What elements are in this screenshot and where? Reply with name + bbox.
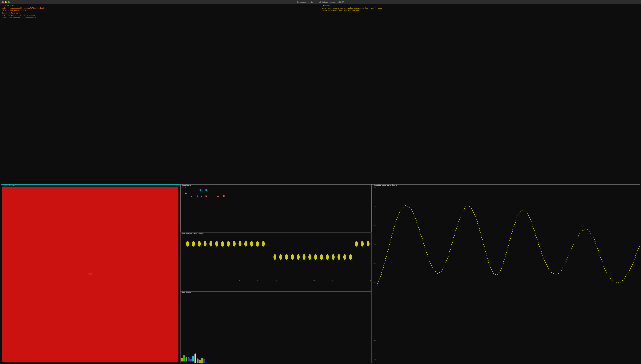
braille-x-16: 16 [434, 361, 436, 363]
bar-group-s5: 5 S5 [192, 355, 194, 363]
bar-rect-9 [201, 358, 203, 363]
dot-y-max: 1.33 [181, 235, 184, 237]
bar-group-6: 8 [194, 353, 196, 363]
braille-x-72: 72 [602, 361, 604, 363]
bar-rect-10 [203, 359, 205, 363]
uptime-title: Uptime Metric [2, 184, 16, 186]
dot-x-12: 12 [257, 280, 258, 281]
braille-x-28: 28 [470, 361, 472, 363]
braille-x-9: 9 [411, 361, 411, 363]
svg-point-14 [273, 254, 276, 260]
dot-x-9: 9 [239, 280, 240, 281]
terminal-content: Sync Metrics Node 5fd48c2d8b0908ddbc8a0f… [0, 4, 641, 364]
braille-x-0: 0 [377, 361, 378, 363]
bar-lbl-s2: S2 [186, 362, 187, 363]
svg-point-22 [320, 254, 323, 260]
bar-group-s2: 5 S2 [186, 356, 187, 363]
bar-group-s3: 3 S3 [188, 357, 190, 363]
srv0-label: srv 0: [182, 186, 371, 189]
braille-x-axis: 0 3 6 9 12 16 20 24 28 32 36 40 44 48 52… [377, 361, 640, 363]
braille-y-0.63: 0.63 [373, 301, 376, 303]
bar-rect-s4 [190, 359, 192, 362]
sync-line-0: Node 5fd48c2d8b0908ddbc8a0f790fdfd52d4ea… [2, 7, 319, 9]
traffic-lights [2, 1, 10, 3]
braille-x-32: 32 [482, 361, 484, 363]
braille-x-56: 56 [554, 361, 556, 363]
bar-num-s1: 5 [184, 354, 185, 355]
braille-y-axis: 1.89 1.68 1.47 1.26 1.05 0.84 0.63 0.42 … [373, 186, 376, 360]
braille-x-48: 48 [530, 361, 532, 363]
dot-x-labels: 0 3 6 9 12 16 20 24 28 32 36 [185, 280, 371, 281]
braille-x-52: 52 [542, 361, 544, 363]
srv1-line [182, 197, 371, 197]
bar-rect-6 [194, 354, 196, 363]
svg-point-13 [262, 241, 265, 246]
braille-y-0.84: 0.84 [373, 282, 376, 284]
svg-point-24 [332, 254, 335, 260]
dot-chart-title: dot-marker Line Chart [182, 233, 204, 235]
sync-line-3: Blocks Hashed (per second) 0.000000 [2, 14, 319, 17]
sparkline-title: Sparkline [182, 184, 192, 186]
dot-x-3: 3 [203, 280, 203, 281]
srv0-bar-1 [200, 189, 201, 191]
bar-num-7: 3 [197, 358, 198, 359]
svg-point-7 [227, 241, 230, 246]
sync-metrics-panel: Sync Metrics Node 5fd48c2d8b0908ddbc8a0f… [1, 5, 320, 184]
fullscreen-button[interactable] [8, 1, 10, 3]
bar-group-s1: 5 S1 [183, 354, 185, 363]
dot-chart-panel: dot-marker Line Chart 1.33 0.00 [180, 233, 372, 291]
sync-line-2: Seconds Behind Live 0 [2, 12, 319, 14]
bar-rect-s0 [181, 358, 183, 362]
bar-num-s3: 3 [188, 357, 189, 358]
svg-point-3 [204, 241, 206, 246]
braille-x-20: 20 [446, 361, 448, 363]
braille-x-12: 12 [422, 361, 424, 363]
minimize-button[interactable] [5, 1, 7, 3]
svg-point-10 [244, 241, 247, 246]
srv0-line [182, 191, 371, 191]
svg-point-26 [343, 254, 346, 260]
bar-group-10: 5 [203, 358, 205, 363]
svg-point-4 [209, 241, 212, 246]
bar-group-8: 2 [199, 358, 201, 363]
top-row: Sync Metrics Node 5fd48c2d8b0908ddbc8a0f… [1, 5, 640, 184]
uptime-content: 100% [1, 184, 180, 363]
braille-x-60: 60 [566, 361, 568, 363]
dot-chart-svg [185, 235, 371, 279]
dot-x-0: 0 [185, 280, 185, 281]
bar-group-s4: 2 S4 [190, 358, 192, 363]
close-button[interactable] [2, 1, 4, 3]
bar-group-s0: 3 S0 [181, 357, 183, 363]
braille-content: 1.89 1.68 1.47 1.26 1.05 0.84 0.63 0.42 … [372, 184, 640, 363]
sync-metrics-content: Node 5fd48c2d8b0908ddbc8a0f790fdfd52d4ea… [1, 5, 320, 184]
window-title: levischoen — doctor — — fish (figterm) •… [297, 1, 344, 3]
braille-x-6: 6 [399, 361, 400, 363]
dot-x-36: 36 [370, 280, 371, 281]
braille-title: braille-mode Line Chart [374, 184, 397, 186]
braille-y-1.05: 1.05 [373, 263, 376, 264]
title-bar: levischoen — doctor — — fish (figterm) •… [0, 0, 641, 4]
bar-chart-bars: 3 S0 5 S1 5 [181, 352, 371, 363]
srv0-bar-2 [205, 189, 207, 191]
dot-x-20: 20 [294, 280, 296, 281]
bar-rect-s5 [192, 356, 194, 362]
uptime-panel: Uptime Metric 100% [1, 184, 180, 364]
svg-point-11 [250, 241, 253, 246]
svg-point-17 [291, 254, 294, 260]
dot-y-min: 0.00 [181, 286, 184, 288]
braille-x-84: 84 [638, 361, 640, 363]
bar-num-s5: 5 [193, 355, 193, 356]
dot-chart-content: 1.33 0.00 [181, 233, 372, 291]
uptime-red-block: 100% [2, 186, 178, 362]
sync-line-1: Latest Block Height 894620 [2, 9, 319, 12]
svg-point-1 [192, 241, 195, 246]
srv0-bars [182, 189, 371, 191]
svg-point-23 [326, 254, 329, 260]
svg-point-29 [361, 241, 364, 246]
dot-x-28: 28 [332, 280, 334, 281]
bar-num-9: 4 [202, 357, 202, 358]
bar-lbl-s0: S0 [181, 362, 182, 363]
braille-x-44: 44 [518, 361, 520, 363]
svg-point-6 [221, 241, 224, 246]
svg-point-8 [233, 241, 236, 246]
